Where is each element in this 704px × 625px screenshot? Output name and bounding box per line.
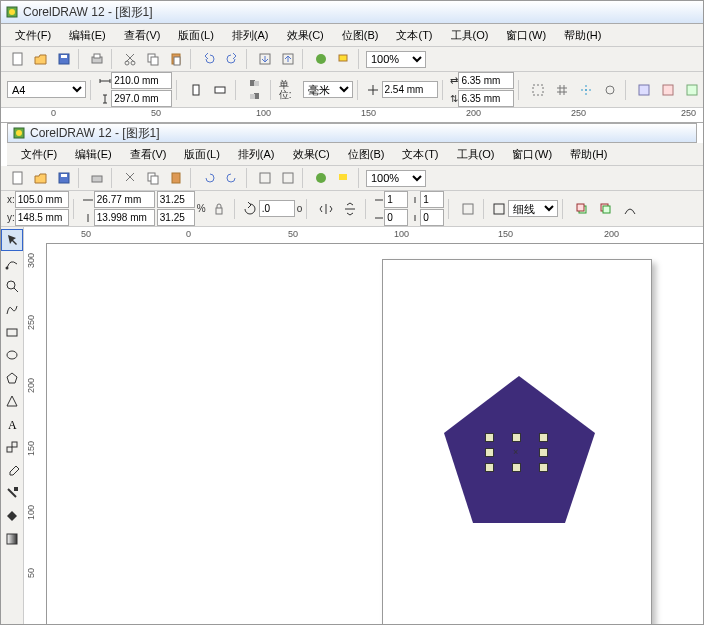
inner-import-button[interactable]	[254, 167, 276, 189]
menu-view[interactable]: 查看(V)	[116, 26, 169, 45]
sel-handle-mr[interactable]	[539, 448, 548, 457]
page-foreground-button[interactable]	[244, 77, 266, 89]
lock-ratio-button[interactable]	[208, 198, 230, 220]
snap-obj-button[interactable]	[599, 79, 621, 101]
paper-width-input[interactable]	[111, 72, 172, 89]
inner-export-button[interactable]	[277, 167, 299, 189]
ellipse-tool[interactable]	[1, 344, 23, 366]
inner-menu-tools[interactable]: 工具(O)	[449, 145, 503, 164]
inner-app-launcher[interactable]	[310, 167, 332, 189]
sel-handle-tr[interactable]	[539, 433, 548, 442]
paper-size-combo[interactable]: A4	[7, 81, 86, 98]
nudge-input[interactable]	[382, 81, 438, 98]
paste-button[interactable]	[165, 48, 187, 70]
rotation-input[interactable]	[259, 200, 295, 217]
inner-open-button[interactable]	[30, 167, 52, 189]
outline-combo[interactable]: 细线	[508, 200, 558, 217]
mirror-h-button[interactable]	[315, 198, 337, 220]
wrap-text-button[interactable]	[457, 198, 479, 220]
menu-layout[interactable]: 版面(L)	[170, 26, 221, 45]
inner-zoom-combo[interactable]: 100%	[366, 170, 426, 187]
inner-menu-edit[interactable]: 编辑(E)	[67, 145, 120, 164]
import-button[interactable]	[254, 48, 276, 70]
polygon-tool[interactable]	[1, 367, 23, 389]
text-tool[interactable]: A	[1, 413, 23, 435]
inner-print-button[interactable]	[86, 167, 108, 189]
sel-handle-tm[interactable]	[512, 433, 521, 442]
zoom-tool[interactable]	[1, 275, 23, 297]
redo-button[interactable]	[221, 48, 243, 70]
print-button[interactable]	[86, 48, 108, 70]
fill-tool[interactable]	[1, 505, 23, 527]
portrait-button[interactable]	[185, 79, 207, 101]
sel-handle-tl[interactable]	[485, 433, 494, 442]
shape-tool[interactable]	[1, 252, 23, 274]
menu-bitmaps[interactable]: 位图(B)	[334, 26, 387, 45]
mid1-input[interactable]	[384, 191, 408, 208]
sel-handle-ml[interactable]	[485, 448, 494, 457]
paper-height-input[interactable]	[111, 90, 172, 107]
undo-button[interactable]	[198, 48, 220, 70]
menu-window[interactable]: 窗口(W)	[498, 26, 554, 45]
page-background-button[interactable]	[244, 90, 266, 102]
inner-menu-help[interactable]: 帮助(H)	[562, 145, 615, 164]
dup-y-input[interactable]	[458, 90, 514, 107]
sel-handle-bl[interactable]	[485, 463, 494, 472]
inner-undo-button[interactable]	[198, 167, 220, 189]
landscape-button[interactable]	[209, 79, 231, 101]
outline-tool[interactable]	[1, 482, 23, 504]
menu-edit[interactable]: 编辑(E)	[61, 26, 114, 45]
inner-menu-window[interactable]: 窗口(W)	[504, 145, 560, 164]
rectangle-tool[interactable]	[1, 321, 23, 343]
export-button[interactable]	[277, 48, 299, 70]
inner-menu-file[interactable]: 文件(F)	[13, 145, 65, 164]
scale-x-input[interactable]	[157, 191, 195, 208]
inner-menu-text[interactable]: 文本(T)	[394, 145, 446, 164]
inner-online[interactable]	[333, 167, 355, 189]
eyedropper-tool[interactable]	[1, 459, 23, 481]
mirror-v-button[interactable]	[339, 198, 361, 220]
inner-copy-button[interactable]	[142, 167, 164, 189]
options-button-3[interactable]	[681, 79, 703, 101]
options-button-1[interactable]	[634, 79, 656, 101]
snap-button[interactable]	[527, 79, 549, 101]
interactive-blend-tool[interactable]	[1, 436, 23, 458]
cut-button[interactable]	[119, 48, 141, 70]
pick-tool[interactable]	[1, 229, 23, 251]
inner-cut-button[interactable]	[119, 167, 141, 189]
sel-handle-bm[interactable]	[512, 463, 521, 472]
to-front-button[interactable]	[571, 198, 593, 220]
inner-canvas[interactable]: 50 0 50 100 150 200 250 300 250 200 150 …	[24, 227, 703, 624]
y-input[interactable]	[15, 209, 69, 226]
inner-redo-button[interactable]	[221, 167, 243, 189]
freehand-tool[interactable]	[1, 298, 23, 320]
open-button[interactable]	[30, 48, 52, 70]
obj-height-input[interactable]	[94, 209, 155, 226]
interactive-fill-tool[interactable]	[1, 528, 23, 550]
units-combo[interactable]: 毫米	[303, 81, 353, 98]
menu-effects[interactable]: 效果(C)	[279, 26, 332, 45]
inner-menu-view[interactable]: 查看(V)	[122, 145, 175, 164]
sel-handle-br[interactable]	[539, 463, 548, 472]
obj-width-input[interactable]	[94, 191, 155, 208]
mid3-input[interactable]	[420, 191, 444, 208]
menu-file[interactable]: 文件(F)	[7, 26, 59, 45]
new-button[interactable]	[7, 48, 29, 70]
options-button-2[interactable]	[657, 79, 679, 101]
x-input[interactable]	[15, 191, 69, 208]
snap-guide-button[interactable]	[575, 79, 597, 101]
inner-menu-layout[interactable]: 版面(L)	[176, 145, 227, 164]
inner-menu-bitmaps[interactable]: 位图(B)	[340, 145, 393, 164]
mid2-input[interactable]	[384, 209, 408, 226]
menu-text[interactable]: 文本(T)	[388, 26, 440, 45]
mid4-input[interactable]	[420, 209, 444, 226]
convert-curves-button[interactable]	[619, 198, 641, 220]
inner-paste-button[interactable]	[165, 167, 187, 189]
app-launcher-button[interactable]	[310, 48, 332, 70]
copy-button[interactable]	[142, 48, 164, 70]
snap-grid-button[interactable]	[551, 79, 573, 101]
inner-menu-arrange[interactable]: 排列(A)	[230, 145, 283, 164]
corel-online-button[interactable]	[333, 48, 355, 70]
inner-menu-effects[interactable]: 效果(C)	[285, 145, 338, 164]
basic-shapes-tool[interactable]	[1, 390, 23, 412]
